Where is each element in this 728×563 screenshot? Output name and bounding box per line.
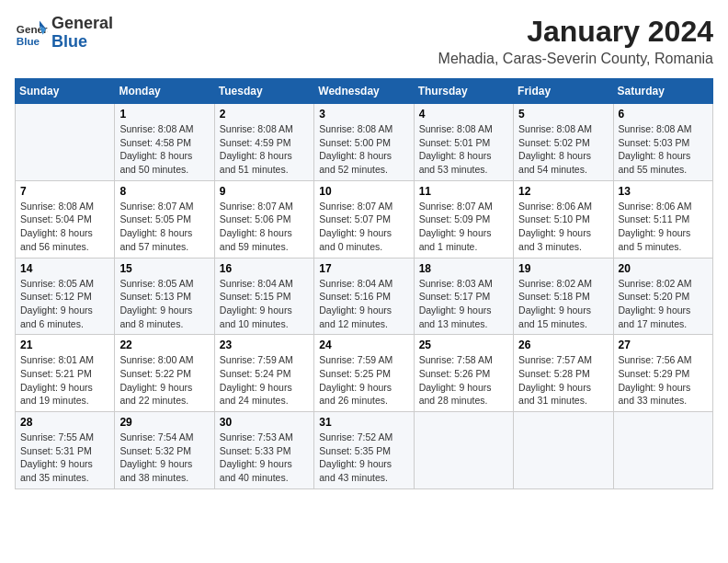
- day-number: 29: [119, 416, 209, 429]
- day-number: 5: [518, 108, 608, 121]
- day-info: Sunrise: 8:04 AMSunset: 5:15 PMDaylight:…: [220, 277, 309, 331]
- day-number: 18: [419, 262, 508, 275]
- calendar-cell-2-3: 9Sunrise: 8:07 AMSunset: 5:06 PMDaylight…: [214, 180, 313, 258]
- day-info: Sunrise: 8:08 AMSunset: 5:03 PMDaylight:…: [619, 122, 708, 177]
- calendar-cell-2-6: 12Sunrise: 8:06 AMSunset: 5:10 PMDayligh…: [514, 180, 613, 258]
- calendar-cell-2-4: 10Sunrise: 8:07 AMSunset: 5:07 PMDayligh…: [314, 180, 414, 258]
- calendar-cell-3-7: 20Sunrise: 8:02 AMSunset: 5:20 PMDayligh…: [613, 258, 712, 335]
- day-info: Sunrise: 7:53 AMSunset: 5:33 PMDaylight:…: [220, 431, 309, 485]
- calendar-cell-5-1: 28Sunrise: 7:55 AMSunset: 5:31 PMDayligh…: [16, 412, 115, 489]
- day-number: 27: [619, 339, 708, 351]
- day-number: 8: [119, 185, 209, 198]
- calendar-cell-5-2: 29Sunrise: 7:54 AMSunset: 5:32 PMDayligh…: [115, 412, 214, 489]
- header-tuesday: Tuesday: [214, 79, 313, 104]
- day-number: 2: [220, 108, 309, 121]
- day-info: Sunrise: 8:07 AMSunset: 5:06 PMDaylight:…: [220, 200, 309, 254]
- calendar-cell-3-1: 14Sunrise: 8:05 AMSunset: 5:12 PMDayligh…: [16, 258, 115, 335]
- day-info: Sunrise: 8:02 AMSunset: 5:20 PMDaylight:…: [619, 277, 708, 331]
- day-info: Sunrise: 8:05 AMSunset: 5:12 PMDaylight:…: [20, 277, 109, 331]
- day-info: Sunrise: 8:00 AMSunset: 5:22 PMDaylight:…: [119, 353, 209, 408]
- calendar-cell-4-2: 22Sunrise: 8:00 AMSunset: 5:22 PMDayligh…: [115, 335, 214, 412]
- day-info: Sunrise: 8:01 AMSunset: 5:21 PMDaylight:…: [20, 353, 109, 408]
- calendar-table: Sunday Monday Tuesday Wednesday Thursday…: [15, 78, 713, 489]
- calendar-cell-4-1: 21Sunrise: 8:01 AMSunset: 5:21 PMDayligh…: [16, 335, 115, 412]
- calendar-cell-2-1: 7Sunrise: 8:08 AMSunset: 5:04 PMDaylight…: [16, 180, 115, 258]
- day-number: 13: [619, 185, 708, 198]
- calendar-week-3: 14Sunrise: 8:05 AMSunset: 5:12 PMDayligh…: [16, 258, 713, 335]
- day-number: 9: [220, 185, 309, 198]
- day-number: 17: [319, 262, 408, 275]
- title-area: January 2024 Mehadia, Caras-Severin Coun…: [438, 15, 713, 67]
- day-number: 28: [20, 416, 109, 429]
- calendar-week-1: 1Sunrise: 8:08 AMSunset: 4:58 PMDaylight…: [16, 104, 713, 181]
- day-number: 12: [518, 185, 608, 198]
- day-info: Sunrise: 7:57 AMSunset: 5:28 PMDaylight:…: [518, 353, 608, 408]
- calendar-header: Sunday Monday Tuesday Wednesday Thursday…: [16, 79, 713, 104]
- svg-text:Blue: Blue: [17, 34, 40, 46]
- day-number: 6: [619, 108, 708, 121]
- day-number: 20: [619, 262, 708, 275]
- calendar-cell-5-7: [613, 412, 712, 489]
- day-number: 14: [20, 262, 109, 275]
- calendar-cell-5-3: 30Sunrise: 7:53 AMSunset: 5:33 PMDayligh…: [214, 412, 313, 489]
- calendar-cell-2-5: 11Sunrise: 8:07 AMSunset: 5:09 PMDayligh…: [414, 180, 513, 258]
- day-number: 24: [319, 339, 408, 351]
- calendar-body: 1Sunrise: 8:08 AMSunset: 4:58 PMDaylight…: [16, 104, 713, 489]
- calendar-cell-3-5: 18Sunrise: 8:03 AMSunset: 5:17 PMDayligh…: [414, 258, 513, 335]
- calendar-cell-5-5: [414, 412, 513, 489]
- day-info: Sunrise: 8:08 AMSunset: 5:00 PMDaylight:…: [319, 122, 408, 177]
- calendar-cell-2-2: 8Sunrise: 8:07 AMSunset: 5:05 PMDaylight…: [115, 180, 214, 258]
- calendar-cell-1-5: 4Sunrise: 8:08 AMSunset: 5:01 PMDaylight…: [414, 104, 513, 181]
- day-info: Sunrise: 7:58 AMSunset: 5:26 PMDaylight:…: [419, 353, 508, 408]
- calendar-cell-5-4: 31Sunrise: 7:52 AMSunset: 5:35 PMDayligh…: [314, 412, 414, 489]
- header-wednesday: Wednesday: [314, 79, 414, 104]
- calendar-cell-4-4: 24Sunrise: 7:59 AMSunset: 5:25 PMDayligh…: [314, 335, 414, 412]
- day-info: Sunrise: 8:06 AMSunset: 5:11 PMDaylight:…: [619, 200, 708, 254]
- day-number: 7: [20, 185, 109, 198]
- header-friday: Friday: [514, 79, 613, 104]
- day-number: 4: [419, 108, 508, 121]
- calendar-week-5: 28Sunrise: 7:55 AMSunset: 5:31 PMDayligh…: [16, 412, 713, 489]
- calendar-cell-1-3: 2Sunrise: 8:08 AMSunset: 4:59 PMDaylight…: [214, 104, 313, 181]
- logo-general-text: General: [51, 14, 113, 32]
- header-sunday: Sunday: [16, 79, 115, 104]
- location-subtitle: Mehadia, Caras-Severin County, Romania: [438, 51, 713, 67]
- day-number: 26: [518, 339, 608, 351]
- day-info: Sunrise: 7:59 AMSunset: 5:25 PMDaylight:…: [319, 353, 408, 408]
- day-number: 21: [20, 339, 109, 351]
- day-number: 25: [419, 339, 508, 351]
- day-number: 31: [319, 416, 408, 429]
- day-info: Sunrise: 8:05 AMSunset: 5:13 PMDaylight:…: [119, 277, 209, 331]
- calendar-cell-1-7: 6Sunrise: 8:08 AMSunset: 5:03 PMDaylight…: [613, 104, 712, 181]
- calendar-cell-1-6: 5Sunrise: 8:08 AMSunset: 5:02 PMDaylight…: [514, 104, 613, 181]
- day-info: Sunrise: 8:02 AMSunset: 5:18 PMDaylight:…: [518, 277, 608, 331]
- day-info: Sunrise: 8:04 AMSunset: 5:16 PMDaylight:…: [319, 277, 408, 331]
- day-info: Sunrise: 8:03 AMSunset: 5:17 PMDaylight:…: [419, 277, 508, 331]
- calendar-cell-1-4: 3Sunrise: 8:08 AMSunset: 5:00 PMDaylight…: [314, 104, 414, 181]
- calendar-week-4: 21Sunrise: 8:01 AMSunset: 5:21 PMDayligh…: [16, 335, 713, 412]
- logo-blue-text: Blue: [51, 32, 87, 51]
- logo-icon: General Blue: [15, 17, 48, 50]
- day-info: Sunrise: 8:08 AMSunset: 4:58 PMDaylight:…: [119, 122, 209, 177]
- day-info: Sunrise: 8:08 AMSunset: 5:04 PMDaylight:…: [20, 200, 109, 254]
- day-info: Sunrise: 8:08 AMSunset: 5:01 PMDaylight:…: [419, 122, 508, 177]
- day-number: 30: [220, 416, 309, 429]
- calendar-cell-5-6: [514, 412, 613, 489]
- day-info: Sunrise: 7:52 AMSunset: 5:35 PMDaylight:…: [319, 431, 408, 485]
- day-info: Sunrise: 8:08 AMSunset: 4:59 PMDaylight:…: [220, 122, 309, 177]
- day-number: 3: [319, 108, 408, 121]
- header-saturday: Saturday: [613, 79, 712, 104]
- day-info: Sunrise: 8:06 AMSunset: 5:10 PMDaylight:…: [518, 200, 608, 254]
- day-number: 23: [220, 339, 309, 351]
- day-number: 1: [119, 108, 209, 121]
- day-number: 10: [319, 185, 408, 198]
- calendar-cell-3-3: 16Sunrise: 8:04 AMSunset: 5:15 PMDayligh…: [214, 258, 313, 335]
- logo: General Blue General Blue: [15, 15, 113, 52]
- day-number: 16: [220, 262, 309, 275]
- calendar-cell-4-5: 25Sunrise: 7:58 AMSunset: 5:26 PMDayligh…: [414, 335, 513, 412]
- month-year-title: January 2024: [438, 15, 713, 49]
- day-info: Sunrise: 7:54 AMSunset: 5:32 PMDaylight:…: [119, 431, 209, 485]
- calendar-cell-1-2: 1Sunrise: 8:08 AMSunset: 4:58 PMDaylight…: [115, 104, 214, 181]
- day-number: 19: [518, 262, 608, 275]
- calendar-cell-4-7: 27Sunrise: 7:56 AMSunset: 5:29 PMDayligh…: [613, 335, 712, 412]
